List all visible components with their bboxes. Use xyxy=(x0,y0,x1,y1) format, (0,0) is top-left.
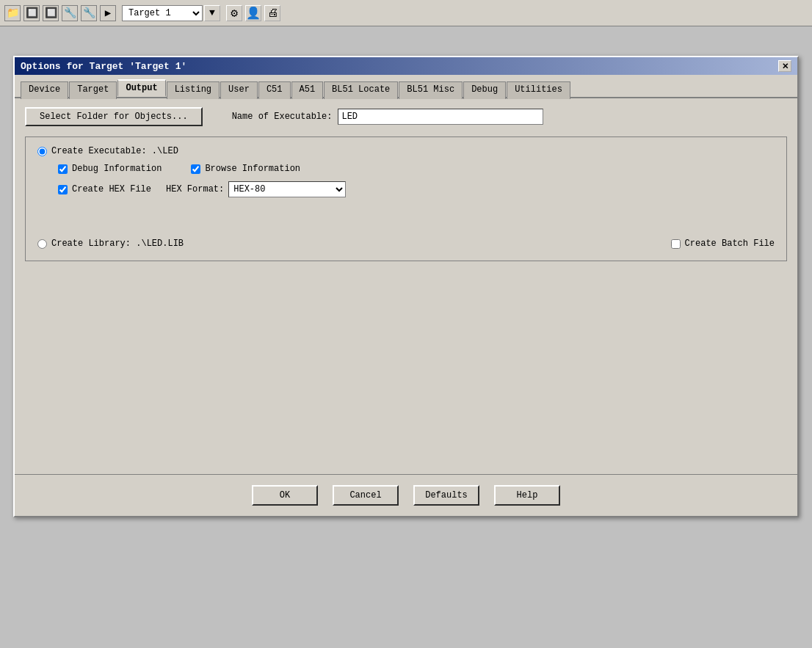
browse-info-row: Browse Information xyxy=(191,164,300,174)
dialog-content: Select Folder for Objects... Name of Exe… xyxy=(15,98,797,468)
library-batch-row: Create Library: .\LED.LIB Create Batch F… xyxy=(37,239,775,249)
create-library-row: Create Library: .\LED.LIB xyxy=(37,239,184,249)
close-button[interactable]: ✕ xyxy=(778,60,791,72)
empty-content-area xyxy=(25,269,787,459)
dialog-footer: OK Cancel Defaults Help xyxy=(15,474,797,516)
executable-label: Name of Executable: xyxy=(232,112,333,122)
toolbar-icon-6[interactable]: ▶ xyxy=(100,5,116,21)
tab-bl51-misc[interactable]: BL51 Misc xyxy=(399,81,463,99)
debug-info-row: Debug Information xyxy=(58,164,162,174)
executable-input[interactable] xyxy=(338,109,543,125)
create-executable-label: Create Executable: .\LED xyxy=(51,146,178,156)
defaults-button[interactable]: Defaults xyxy=(413,485,479,506)
tab-a51[interactable]: A51 xyxy=(291,81,324,99)
tab-debug[interactable]: Debug xyxy=(463,81,506,99)
target-select-input[interactable]: Target 1 xyxy=(122,5,203,21)
browse-info-label: Browse Information xyxy=(205,164,300,174)
help-button[interactable]: Help xyxy=(494,485,560,506)
toolbar-build-icon[interactable]: ⚙ xyxy=(226,5,242,21)
tab-listing[interactable]: Listing xyxy=(167,81,220,99)
create-executable-radio[interactable] xyxy=(37,147,47,156)
spacer xyxy=(37,205,775,225)
toolbar-person-icon[interactable]: 👤 xyxy=(245,5,261,21)
hex-row: Create HEX File HEX Format: HEX-80 HEX-3… xyxy=(58,181,775,197)
tab-output[interactable]: Output xyxy=(117,79,165,97)
toolbar: 📁 🔲 🔲 🔧 🔧 ▶ Target 1 ▼ ⚙ 👤 🖨 xyxy=(0,0,812,26)
toolbar-icon-3[interactable]: 🔲 xyxy=(43,5,59,21)
tab-utilities[interactable]: Utilities xyxy=(507,81,570,99)
title-bar: Options for Target 'Target 1' ✕ xyxy=(15,57,797,75)
info-checkboxes-row: Debug Information Browse Information xyxy=(58,164,775,174)
select-folder-button[interactable]: Select Folder for Objects... xyxy=(25,107,203,126)
dialog-title: Options for Target 'Target 1' xyxy=(21,61,186,72)
debug-info-label: Debug Information xyxy=(72,164,162,174)
options-dialog: Options for Target 'Target 1' ✕ Device T… xyxy=(13,56,799,517)
create-batch-checkbox[interactable] xyxy=(671,239,681,249)
create-library-label: Create Library: .\LED.LIB xyxy=(51,239,184,249)
toolbar-icon-4[interactable]: 🔧 xyxy=(62,5,78,21)
create-hex-checkbox[interactable] xyxy=(58,185,68,194)
debug-info-checkbox[interactable] xyxy=(58,164,68,174)
browse-info-checkbox[interactable] xyxy=(191,164,200,174)
ok-button[interactable]: OK xyxy=(252,485,318,506)
toolbar-dropdown-icon[interactable]: ▼ xyxy=(204,5,220,21)
create-batch-row: Create Batch File xyxy=(671,239,775,249)
tab-user[interactable]: User xyxy=(220,81,258,99)
create-executable-row: Create Executable: .\LED xyxy=(37,146,775,156)
toolbar-icon-5[interactable]: 🔧 xyxy=(81,5,97,21)
target-selector[interactable]: Target 1 ▼ xyxy=(122,5,220,21)
toolbar-print-icon[interactable]: 🖨 xyxy=(264,5,280,21)
hex-format-select[interactable]: HEX-80 HEX-386 xyxy=(228,181,346,197)
create-hex-label: Create HEX File xyxy=(72,184,151,194)
output-group-box: Create Executable: .\LED Debug Informati… xyxy=(25,136,787,261)
tab-target[interactable]: Target xyxy=(69,81,117,99)
toolbar-icon-1[interactable]: 📁 xyxy=(4,5,21,21)
tab-c51[interactable]: C51 xyxy=(258,81,291,99)
create-library-radio[interactable] xyxy=(37,239,47,249)
tab-bl51-locate[interactable]: BL51 Locate xyxy=(324,81,398,99)
tab-bar: Device Target Output Listing User C51 A5… xyxy=(15,75,797,98)
create-batch-label: Create Batch File xyxy=(685,239,775,249)
executable-row: Name of Executable: xyxy=(232,109,544,125)
top-row: Select Folder for Objects... Name of Exe… xyxy=(25,107,787,126)
toolbar-icon-2[interactable]: 🔲 xyxy=(23,5,40,21)
hex-format-label: HEX Format: xyxy=(166,184,224,194)
cancel-button[interactable]: Cancel xyxy=(333,485,399,506)
tab-device[interactable]: Device xyxy=(21,81,68,99)
